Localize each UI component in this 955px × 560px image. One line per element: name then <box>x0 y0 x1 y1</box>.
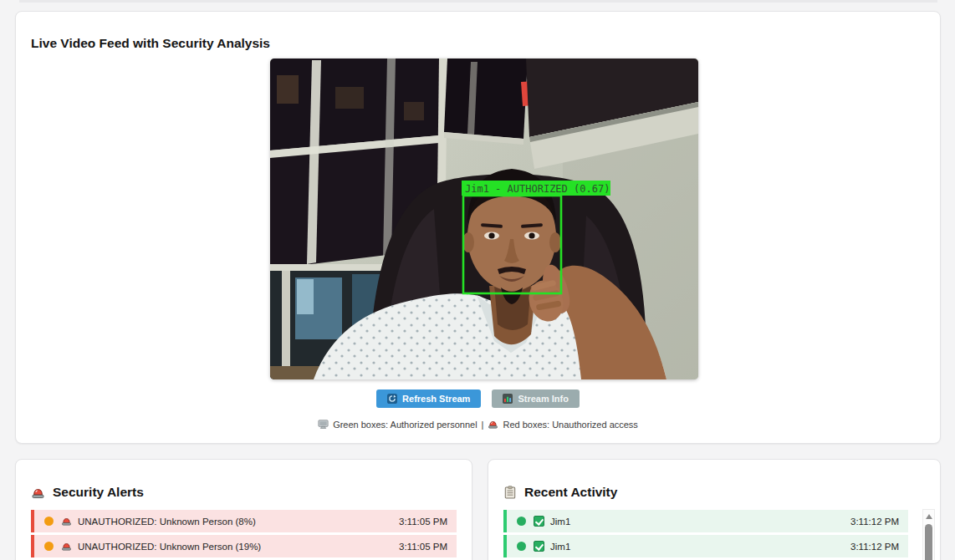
activity-text: Jim1 <box>550 517 570 527</box>
siren-icon <box>61 541 72 552</box>
alert-text: UNAUTHORIZED: Unknown Person (19%) <box>78 542 261 552</box>
refresh-stream-label: Refresh Stream <box>402 394 470 404</box>
clipboard-icon <box>503 486 517 499</box>
alerts-title: Security Alerts <box>31 485 144 500</box>
activity-item: Jim1 3:11:12 PM <box>503 535 908 557</box>
green-dot-icon <box>517 542 526 551</box>
refresh-icon <box>387 394 397 404</box>
orange-dot-icon <box>44 517 54 526</box>
activity-title-text: Recent Activity <box>524 485 617 500</box>
orange-dot-icon <box>44 542 54 551</box>
siren-icon <box>61 516 72 527</box>
activity-list: Jim1 3:11:12 PM Jim1 3:11:12 PM <box>503 510 928 560</box>
alert-text: UNAUTHORIZED: Unknown Person (8%) <box>78 517 256 527</box>
check-icon <box>534 516 544 527</box>
check-icon <box>534 541 544 552</box>
live-video-card: Live Video Feed with Security Analysis <box>15 11 941 444</box>
alert-item: UNAUTHORIZED: Unknown Person (19%) 3:11:… <box>31 535 457 557</box>
stream-info-label: Stream Info <box>518 394 569 404</box>
video-card-title-text: Live Video Feed with Security Analysis <box>31 36 270 51</box>
activity-time: 3:11:12 PM <box>850 517 899 527</box>
legend-caption: Green boxes: Authorized personnel | Red … <box>16 419 940 430</box>
alert-item: UNAUTHORIZED: Unknown Person (8%) 3:11:0… <box>31 510 457 532</box>
activity-title: Recent Activity <box>503 485 617 500</box>
alerts-list: UNAUTHORIZED: Unknown Person (8%) 3:11:0… <box>31 510 457 560</box>
scrollbar-up-arrow-icon[interactable] <box>926 514 932 519</box>
siren-icon <box>488 419 498 430</box>
refresh-stream-button[interactable]: Refresh Stream <box>376 389 481 408</box>
security-alerts-card: Security Alerts UNAUTHORIZED: Unknown Pe… <box>15 459 472 560</box>
scrollbar-thumb[interactable] <box>925 524 932 560</box>
alert-time: 3:11:05 PM <box>399 542 447 552</box>
alerts-title-text: Security Alerts <box>53 485 144 500</box>
activity-item: Jim1 3:11:12 PM <box>503 510 908 532</box>
video-card-title: Live Video Feed with Security Analysis <box>31 36 270 51</box>
video-feed: Jim1 - AUTHORIZED (0.67) <box>270 59 698 379</box>
green-dot-icon <box>517 517 526 526</box>
activity-text: Jim1 <box>550 542 570 552</box>
stream-info-button[interactable]: Stream Info <box>492 389 580 408</box>
page-top-divider <box>19 0 937 3</box>
webcam-frame: Jim1 - AUTHORIZED (0.67) <box>270 59 698 379</box>
siren-icon <box>31 486 45 500</box>
legend-red-text: Red boxes: Unauthorized access <box>503 420 637 430</box>
activity-scrollbar[interactable] <box>922 509 935 560</box>
recent-activity-card: Recent Activity Jim1 3:11:12 PM Jim1 3:1… <box>488 459 941 560</box>
activity-time: 3:11:12 PM <box>850 542 899 552</box>
alert-time: 3:11:05 PM <box>399 517 447 527</box>
legend-green-text: Green boxes: Authorized personnel <box>333 420 477 430</box>
bar-chart-icon <box>503 394 513 404</box>
monitor-icon <box>318 419 329 430</box>
legend-separator: | <box>482 420 484 430</box>
detection-label: Jim1 - AUTHORIZED (0.67) <box>465 183 610 195</box>
